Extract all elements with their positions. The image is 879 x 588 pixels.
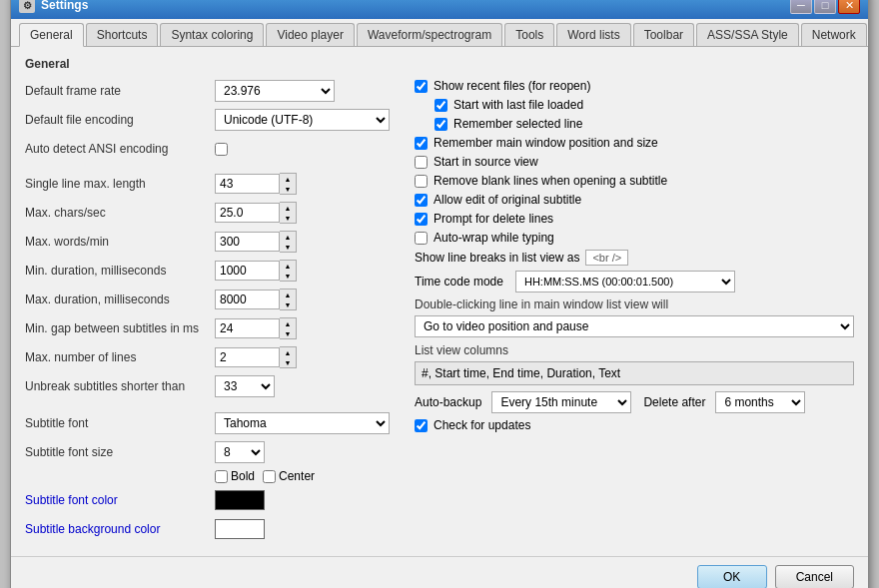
- min-gap-spin-down[interactable]: ▼: [280, 328, 296, 338]
- center-checkbox[interactable]: [263, 470, 276, 483]
- font-color-label: Subtitle font color: [25, 493, 215, 507]
- prompt-delete-checkbox[interactable]: [415, 213, 428, 226]
- single-line-spin-up[interactable]: ▲: [280, 174, 296, 184]
- tab-tools[interactable]: Tools: [504, 23, 554, 46]
- window-icon: ⚙: [19, 0, 35, 13]
- remove-blank-label: Remove blank lines when opening a subtit…: [434, 174, 667, 188]
- list-view-columns-label: List view columns: [415, 343, 854, 357]
- close-button[interactable]: ✕: [838, 0, 860, 14]
- max-duration-input[interactable]: [215, 290, 280, 309]
- double-click-label: Double-clicking line in main window list…: [415, 297, 854, 311]
- min-duration-spin-down[interactable]: ▼: [280, 271, 296, 281]
- max-lines-spin-up[interactable]: ▲: [280, 347, 296, 357]
- cancel-button[interactable]: Cancel: [775, 565, 854, 588]
- max-chars-spin-up[interactable]: ▲: [280, 203, 296, 213]
- max-lines-label: Max. number of lines: [25, 350, 215, 364]
- max-words-spin-down[interactable]: ▼: [280, 242, 296, 252]
- tab-shortcuts[interactable]: Shortcuts: [86, 23, 159, 46]
- unbreak-select[interactable]: 33 30 35: [215, 375, 275, 397]
- remember-line-checkbox[interactable]: [435, 118, 447, 131]
- min-duration-input-group: ▲ ▼: [215, 260, 297, 282]
- max-lines-input[interactable]: [215, 347, 280, 367]
- bold-label[interactable]: Bold: [215, 469, 255, 483]
- min-duration-spin-up[interactable]: ▲: [280, 261, 296, 271]
- max-words-spin-up[interactable]: ▲: [280, 232, 296, 242]
- unbreak-row: Unbreak subtitles shorter than 33 30 35: [25, 374, 395, 398]
- remove-blank-checkbox[interactable]: [415, 175, 428, 188]
- auto-backup-select[interactable]: Every 15th minute Every 5th minute Every…: [491, 391, 631, 413]
- check-updates-checkbox[interactable]: [415, 419, 428, 432]
- bg-color-swatch[interactable]: [215, 519, 265, 539]
- main-layout: Default frame rate 23.976 24 25 29.97 30…: [25, 79, 854, 546]
- allow-edit-label: Allow edit of original subtitle: [434, 193, 581, 207]
- min-gap-spin-up[interactable]: ▲: [280, 318, 296, 328]
- auto-wrap-label: Auto-wrap while typing: [434, 231, 554, 245]
- maximize-button[interactable]: □: [814, 0, 836, 14]
- max-words-input-group: ▲ ▼: [215, 231, 297, 253]
- max-lines-spin: ▲ ▼: [280, 346, 297, 368]
- bg-color-row: Subtitle background color: [25, 517, 395, 541]
- delete-after-select[interactable]: 6 months 1 month 3 months 1 year: [715, 391, 805, 413]
- allow-edit-checkbox[interactable]: [415, 194, 428, 207]
- subtitle-font-size-label: Subtitle font size: [25, 445, 215, 459]
- subtitle-font-size-select[interactable]: 8 9 10 12: [215, 441, 265, 463]
- ok-button[interactable]: OK: [697, 565, 767, 588]
- settings-window: ⚙ Settings ─ □ ✕ General Shortcuts Synta…: [10, 0, 869, 588]
- single-line-input[interactable]: [215, 174, 280, 194]
- remember-line-row: Remember selected line: [435, 117, 854, 131]
- tab-syntax-coloring[interactable]: Syntax coloring: [160, 23, 264, 46]
- show-recent-checkbox[interactable]: [415, 80, 428, 93]
- auto-backup-row: Auto-backup Every 15th minute Every 5th …: [415, 391, 854, 413]
- tab-ass-ssa[interactable]: ASS/SSA Style: [696, 23, 799, 46]
- center-label[interactable]: Center: [263, 469, 315, 483]
- list-view-columns-text: #, Start time, End time, Duration, Text: [422, 366, 620, 380]
- single-line-spin-down[interactable]: ▼: [280, 184, 296, 194]
- show-recent-row: Show recent files (for reopen): [415, 79, 854, 93]
- encoding-select[interactable]: Unicode (UTF-8) Unicode (UTF-16) Western…: [215, 109, 390, 131]
- max-duration-spin-up[interactable]: ▲: [280, 290, 296, 299]
- max-words-input[interactable]: [215, 232, 280, 252]
- show-recent-label: Show recent files (for reopen): [434, 79, 590, 93]
- frame-rate-select[interactable]: 23.976 24 25 29.97 30: [215, 80, 335, 102]
- tab-word-lists[interactable]: Word lists: [556, 23, 630, 46]
- min-gap-input[interactable]: [215, 318, 280, 338]
- max-chars-label: Max. chars/sec: [25, 206, 215, 220]
- time-code-select[interactable]: HH:MM:SS.MS (00:00:01.500) HH:MM:SS:FF (…: [515, 271, 735, 293]
- minimize-button[interactable]: ─: [790, 0, 812, 14]
- min-gap-spin: ▲ ▼: [280, 317, 297, 339]
- start-last-checkbox[interactable]: [435, 99, 447, 112]
- tab-waveform[interactable]: Waveform/spectrogram: [357, 23, 502, 46]
- max-duration-spin-down[interactable]: ▼: [280, 299, 296, 309]
- remove-blank-row: Remove blank lines when opening a subtit…: [415, 174, 854, 188]
- max-lines-spin-down[interactable]: ▼: [280, 357, 296, 367]
- bold-checkbox[interactable]: [215, 470, 228, 483]
- max-chars-input-group: ▲ ▼: [215, 202, 297, 224]
- start-source-row: Start in source view: [415, 155, 854, 169]
- font-color-swatch[interactable]: [215, 490, 265, 510]
- frame-rate-label: Default frame rate: [25, 84, 215, 98]
- main-content: General Default frame rate 23.976 24 25 …: [11, 47, 868, 556]
- min-gap-input-group: ▲ ▼: [215, 317, 297, 339]
- auto-detect-checkbox[interactable]: [215, 143, 228, 156]
- max-chars-input[interactable]: [215, 203, 280, 223]
- subtitle-font-select[interactable]: Tahoma Arial Times New Roman: [215, 412, 390, 434]
- max-duration-label: Max. duration, milliseconds: [25, 293, 215, 306]
- title-bar: ⚙ Settings ─ □ ✕: [11, 0, 868, 19]
- remember-window-checkbox[interactable]: [415, 137, 428, 150]
- delete-after-label: Delete after: [643, 395, 705, 409]
- tab-general[interactable]: General: [19, 23, 84, 47]
- remember-line-label: Remember selected line: [453, 117, 582, 131]
- tab-toolbar[interactable]: Toolbar: [633, 23, 694, 46]
- prompt-delete-label: Prompt for delete lines: [434, 212, 553, 226]
- tab-network[interactable]: Network: [801, 23, 867, 46]
- right-column: Show recent files (for reopen) Start wit…: [415, 79, 854, 546]
- frame-rate-row: Default frame rate 23.976 24 25 29.97 30: [25, 79, 395, 103]
- double-click-select[interactable]: Go to video position and pause Go to vid…: [415, 315, 854, 337]
- check-updates-label: Check for updates: [434, 418, 530, 432]
- min-duration-input[interactable]: [215, 261, 280, 281]
- tab-video-player[interactable]: Video player: [266, 23, 355, 46]
- auto-wrap-checkbox[interactable]: [415, 232, 428, 245]
- start-source-checkbox[interactable]: [415, 156, 428, 169]
- subtitle-font-label: Subtitle font: [25, 416, 215, 430]
- max-chars-spin-down[interactable]: ▼: [280, 213, 296, 223]
